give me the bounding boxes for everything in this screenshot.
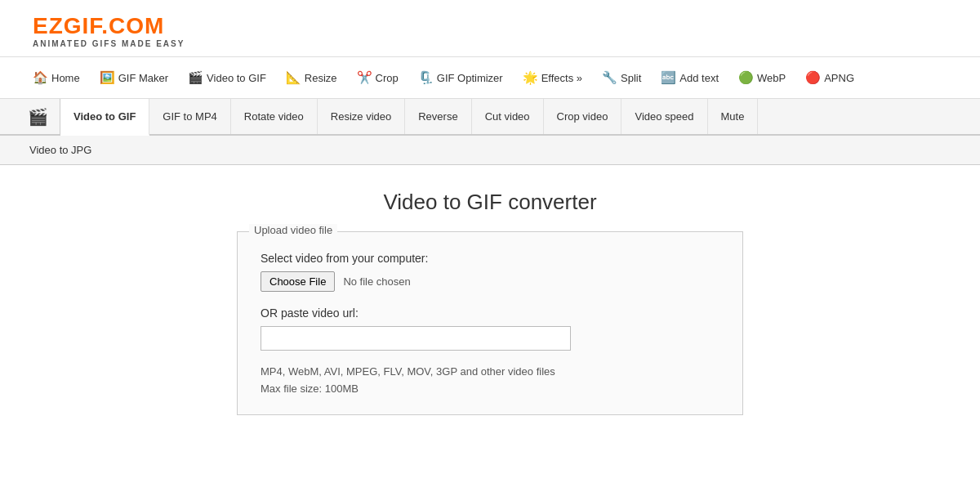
sub-nav-item2-video-to-jpg[interactable]: Video to JPG <box>16 136 105 164</box>
choose-file-button[interactable]: Choose File <box>261 271 335 292</box>
sub-nav-item-mute[interactable]: Mute <box>708 99 759 134</box>
logo-subtitle: ANIMATED GIFS MADE EASY <box>33 39 947 48</box>
upload-container: Upload video file Select video from your… <box>220 231 760 448</box>
nav-item-resize[interactable]: 📐Resize <box>278 65 345 90</box>
nav-icon: 📐 <box>286 70 301 85</box>
sub-nav-item-video-to-gif[interactable]: Video to GIF <box>60 99 149 136</box>
logo-text: EZGIF.COM <box>33 13 164 38</box>
upload-box: Upload video file Select video from your… <box>237 231 743 415</box>
nav-item-apng[interactable]: 🔴APNG <box>797 65 862 90</box>
sub-nav-item-resize-video[interactable]: Resize video <box>318 99 405 134</box>
sub-nav-item-rotate-video[interactable]: Rotate video <box>231 99 318 134</box>
film-icon: 🎬 <box>16 99 60 134</box>
nav-item-effects-[interactable]: 🌟Effects » <box>514 65 590 90</box>
logo[interactable]: EZGIF.COM <box>33 15 947 38</box>
nav-item-home[interactable]: 🏠Home <box>24 65 88 90</box>
file-label: Select video from your computer: <box>261 252 719 265</box>
page-title: Video to GIF converter <box>16 190 964 215</box>
format-info: MP4, WebM, AVI, MPEG, FLV, MOV, 3GP and … <box>261 364 719 398</box>
page-title-area: Video to GIF converter <box>0 165 980 231</box>
no-file-text: No file chosen <box>343 275 410 288</box>
url-label: OR paste video url: <box>261 306 719 320</box>
nav-label: GIF Optimizer <box>437 72 503 84</box>
nav-label: Add text <box>679 72 719 84</box>
sub-nav-item-crop-video[interactable]: Crop video <box>544 99 622 134</box>
file-input-row: Choose File No file chosen <box>261 271 719 292</box>
nav-label: GIF Maker <box>118 72 168 84</box>
nav-icon: ✂️ <box>357 70 372 85</box>
nav-item-webp[interactable]: 🟢WebP <box>730 65 794 90</box>
nav-item-crop[interactable]: ✂️Crop <box>349 65 407 90</box>
nav-label: Video to GIF <box>207 72 266 84</box>
nav-icon: 🔧 <box>602 70 617 85</box>
sub-nav-row2: Video to JPG <box>0 136 980 165</box>
nav-icon: 🖼️ <box>100 70 115 85</box>
nav-icon: 🔴 <box>805 70 821 85</box>
sub-nav-item-gif-to-mp4[interactable]: GIF to MP4 <box>149 99 230 134</box>
upload-legend: Upload video file <box>249 224 337 236</box>
header: EZGIF.COM ANIMATED GIFS MADE EASY <box>0 0 980 57</box>
sub-nav-item-reverse[interactable]: Reverse <box>405 99 471 134</box>
nav-item-add-text[interactable]: 🔤Add text <box>653 65 727 90</box>
sub-nav-item-cut-video[interactable]: Cut video <box>472 99 544 134</box>
nav-item-gif-maker[interactable]: 🖼️GIF Maker <box>91 65 176 90</box>
nav-label: WebP <box>757 72 786 84</box>
nav-label: Split <box>621 72 641 84</box>
nav-icon: 🗜️ <box>418 70 434 85</box>
nav-icon: 🏠 <box>33 70 48 85</box>
nav-icon: 🟢 <box>738 70 754 85</box>
nav-icon: 🎬 <box>188 70 203 85</box>
sub-nav-item-video-speed[interactable]: Video speed <box>621 99 707 134</box>
nav-label: Home <box>51 72 80 84</box>
nav-label: APNG <box>824 72 854 84</box>
sub-nav: 🎬 Video to GIFGIF to MP4Rotate videoResi… <box>0 99 980 136</box>
main-nav: 🏠Home🖼️GIF Maker🎬Video to GIF📐Resize✂️Cr… <box>0 57 980 99</box>
nav-item-video-to-gif[interactable]: 🎬Video to GIF <box>180 65 274 90</box>
nav-item-split[interactable]: 🔧Split <box>594 65 649 90</box>
nav-icon: 🔤 <box>661 70 676 85</box>
nav-item-gif-optimizer[interactable]: 🗜️GIF Optimizer <box>410 65 511 90</box>
nav-icon: 🌟 <box>523 70 538 85</box>
nav-label: Effects » <box>541 72 582 84</box>
nav-label: Crop <box>376 72 399 84</box>
url-input[interactable] <box>261 326 571 351</box>
nav-label: Resize <box>305 72 337 84</box>
